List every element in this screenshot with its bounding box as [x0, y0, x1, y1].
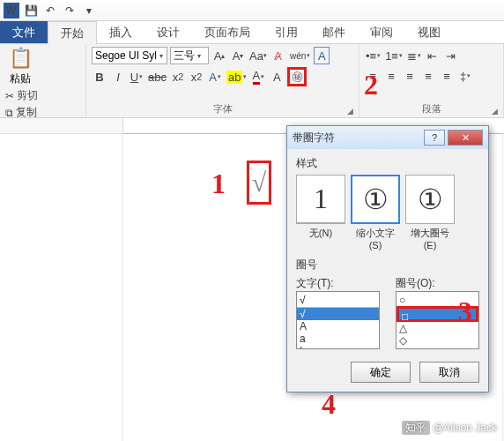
page-glyph: √ [252, 168, 266, 198]
align-left-button[interactable]: ≡ [365, 67, 381, 85]
quick-access-toolbar: W 💾 ↶ ↷ ▾ [0, 0, 504, 21]
watermark-author: @Ailson Jack [433, 422, 497, 434]
ribbon-tabs: 文件 开始 插入 设计 页面布局 引用 邮件 审阅 视图 [0, 21, 504, 44]
group-clipboard: 📋 粘贴 ✂剪切 ⧉复制 🖌格式刷 剪贴板◢ [0, 44, 86, 117]
style-enlarge[interactable]: ① 增大圈号(E) [405, 175, 455, 250]
word-logo: W [4, 3, 19, 19]
tab-insert[interactable]: 插入 [97, 21, 145, 43]
font-group-label: 字体◢ [92, 101, 353, 116]
style-none[interactable]: 1 无(N) [296, 175, 345, 250]
watermark: 知乎 @Ailson Jack [402, 421, 497, 436]
align-center-button[interactable]: ≡ [383, 67, 399, 85]
group-paragraph: •≡ 1≡ ≣ ⇤ ⇥ ≡ ≡ ≡ ≡ ≡ ‡ 段落◢ [359, 44, 504, 117]
cut-button[interactable]: ✂剪切 [5, 88, 80, 103]
italic-button[interactable]: I [110, 68, 126, 86]
ribbon: 📋 粘贴 ✂剪切 ⧉复制 🖌格式刷 剪贴板◢ Segoe UI Syl▾ 三号▾… [0, 44, 504, 118]
shrink-font-button[interactable]: A▾ [230, 47, 246, 64]
superscript-button[interactable]: x2 [189, 68, 204, 86]
character-shading-button[interactable]: A [269, 68, 285, 86]
text-effects-button[interactable]: A [207, 68, 223, 86]
undo-icon[interactable]: ↶ [42, 3, 58, 19]
tab-mailings[interactable]: 邮件 [310, 21, 358, 43]
decrease-indent-button[interactable]: ⇤ [425, 47, 441, 64]
cancel-button[interactable]: 取消 [419, 362, 479, 383]
tab-review[interactable]: 审阅 [358, 21, 405, 43]
list-item[interactable]: √ [297, 308, 379, 320]
tab-design[interactable]: 设计 [145, 21, 192, 43]
dialog-titlebar[interactable]: 带圈字符 ? ✕ [287, 126, 488, 149]
distributed-button[interactable]: ≡ [439, 67, 455, 85]
tab-references[interactable]: 引用 [263, 21, 310, 43]
subscript-button[interactable]: x2 [170, 68, 186, 86]
list-item[interactable]: A [297, 320, 379, 333]
clipboard-icon: 📋 [9, 47, 33, 70]
font-color-button[interactable]: A [250, 68, 266, 86]
ruler-corner [0, 118, 123, 134]
phonetic-guide-button[interactable]: wén [289, 47, 311, 64]
copy-icon: ⧉ [5, 107, 13, 119]
tab-layout[interactable]: 页面布局 [192, 21, 263, 43]
style-none-caption: 无(N) [296, 227, 345, 240]
list-item[interactable]: a [297, 333, 379, 345]
redo-icon[interactable]: ↷ [62, 3, 78, 19]
help-button[interactable]: ? [424, 130, 445, 146]
qat-customize-icon[interactable]: ▾ [81, 3, 97, 19]
scissors-icon: ✂ [5, 90, 14, 102]
underline-button[interactable]: U [129, 68, 145, 86]
list-item[interactable]: □ [397, 306, 478, 322]
multilevel-list-button[interactable]: ≣ [406, 47, 422, 64]
text-label: 文字(T): [296, 276, 380, 291]
save-icon[interactable]: 💾 [23, 3, 39, 19]
text-listbox[interactable]: √ A a ! [296, 291, 380, 349]
strikethrough-button[interactable]: abc [147, 68, 167, 86]
grow-font-button[interactable]: A▴ [211, 47, 227, 64]
change-case-button[interactable]: Aa▾ [248, 47, 268, 64]
group-font: Segoe UI Syl▾ 三号▾ A▴ A▾ Aa▾ A̷ wén A B I… [86, 44, 359, 117]
dialog-launcher-icon[interactable]: ◢ [492, 107, 498, 116]
dialog-title: 带圈字符 [293, 131, 335, 146]
numbering-button[interactable]: 1≡ [384, 47, 404, 64]
bold-button[interactable]: B [92, 68, 107, 86]
list-item[interactable]: △ [397, 322, 478, 334]
clear-formatting-button[interactable]: A̷ [271, 47, 286, 64]
styles-label: 样式 [296, 156, 479, 171]
cut-label: 剪切 [17, 88, 38, 103]
line-spacing-button[interactable]: ‡ [457, 67, 473, 85]
paste-button[interactable]: 📋 粘贴 [5, 47, 35, 86]
list-item[interactable]: ◇ [397, 334, 478, 347]
font-family-combo[interactable]: Segoe UI Syl▾ [92, 47, 167, 64]
ring-label: 圈号(O): [396, 276, 479, 291]
style-enlarge-caption: 增大圈号(E) [405, 227, 455, 250]
dialog-launcher-icon[interactable]: ◢ [347, 107, 353, 116]
paragraph-group-label: 段落◢ [365, 101, 498, 116]
character-border-button[interactable]: A [314, 47, 330, 64]
increase-indent-button[interactable]: ⇥ [443, 47, 459, 64]
style-shrink[interactable]: ① 缩小文字(S) [351, 175, 400, 250]
style-shrink-caption: 缩小文字(S) [351, 227, 400, 250]
enclose-characters-button[interactable]: ㊙ [287, 67, 307, 86]
bullets-button[interactable]: •≡ [365, 47, 382, 64]
close-button[interactable]: ✕ [448, 130, 483, 146]
list-item[interactable]: ! [297, 345, 379, 349]
tab-view[interactable]: 视图 [405, 21, 453, 43]
highlight-button[interactable]: ab [226, 68, 248, 86]
ok-button[interactable]: 确定 [351, 362, 411, 383]
watermark-logo: 知乎 [402, 421, 430, 435]
ring-listbox[interactable]: ○ □ △ ◇ [396, 291, 479, 349]
list-item[interactable]: ○ [397, 294, 478, 306]
text-input[interactable] [297, 292, 379, 308]
tab-home[interactable]: 开始 [48, 21, 97, 44]
tab-file[interactable]: 文件 [0, 21, 48, 43]
align-right-button[interactable]: ≡ [402, 67, 418, 85]
paste-label: 粘贴 [10, 71, 31, 86]
font-size-combo[interactable]: 三号▾ [170, 47, 209, 64]
enclose-characters-dialog: 带圈字符 ? ✕ 样式 1 无(N) ① 缩小文字(S) ① 增大圈号(E) [286, 125, 489, 392]
enclose-label: 圈号 [296, 258, 479, 273]
justify-button[interactable]: ≡ [420, 67, 436, 85]
selected-glyph-box: √ [247, 161, 271, 205]
